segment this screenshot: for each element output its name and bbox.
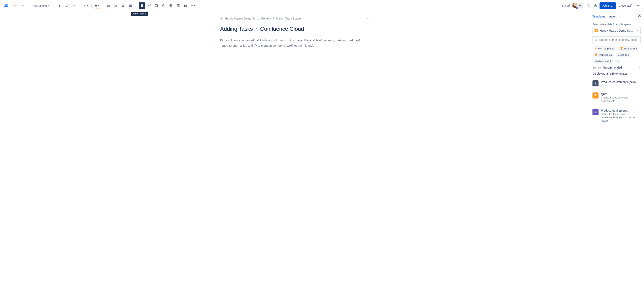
search-icon [594,38,598,41]
numbered-list-button[interactable]: 123 [113,2,119,9]
redo-button[interactable] [19,2,26,9]
fire-icon: 🔥 [594,53,598,56]
svg-point-42 [637,5,638,6]
svg-text:3: 3 [114,6,115,7]
svg-point-0 [73,5,74,6]
chip-custom[interactable]: Custom8 [616,52,631,57]
svg-point-1 [74,5,74,6]
alignment-button[interactable]: ▼ [82,2,89,9]
svg-point-39 [587,4,589,6]
svg-point-50 [594,111,595,111]
template-search-input[interactable] [599,38,639,41]
close-sidebar-button[interactable]: ✕ [638,13,641,18]
emoji-button[interactable] [168,2,174,9]
find-button[interactable] [585,2,592,9]
template-item[interactable]: Product requirements (new) [592,78,641,90]
insert-more-button[interactable]: ▼ [190,2,196,9]
expand-width-button[interactable]: ↔ [366,17,369,20]
bullet-list-button[interactable] [106,2,112,9]
collaborators[interactable]: E + [572,2,584,9]
pencil-icon [220,17,223,20]
svg-point-52 [594,112,595,112]
svg-rect-53 [595,112,596,112]
svg-rect-48 [595,83,596,83]
svg-rect-17 [116,6,117,7]
chevron-down-icon: ▼ [86,5,88,7]
restrictions-button[interactable] [592,2,599,9]
space-select[interactable]: Handy Macros Demo Sp... ▼ [592,27,641,34]
space-select-label: Select a template from this space [592,23,641,26]
text-color-button[interactable]: A▼ [94,2,100,9]
star-icon: ★ [594,47,597,50]
mention-button[interactable] [160,2,167,9]
tab-templates[interactable]: Templates [592,14,605,20]
text-style-label: Normal text [32,4,47,7]
chevron-down-icon: ▼ [194,5,195,7]
svg-rect-23 [129,6,132,7]
chip-my-templates[interactable]: ★My Templates [592,46,616,51]
svg-rect-21 [129,4,132,5]
text-color-a-icon: A [95,4,97,7]
tab-import[interactable]: Import [608,14,617,20]
template-item[interactable]: Quiz Create quizzes, tests and assessmen… [592,90,641,107]
svg-rect-7 [108,5,110,5]
image-button[interactable] [153,2,160,9]
confluence-logo [4,3,9,8]
more-formatting-button[interactable] [71,2,78,9]
breadcrumb-item[interactable]: Dream Team Space [276,17,301,20]
svg-point-6 [108,5,108,5]
space-icon [594,29,598,32]
chip-popular[interactable]: 🔥Popular15 [592,52,614,57]
publish-button[interactable]: Publish... [600,2,616,9]
template-title: Product requirements [601,109,641,112]
breadcrumb-item[interactable]: Content [261,17,271,20]
svg-rect-35 [184,4,185,7]
breadcrumb: Handy Macros Demo S... / Content / Dream… [220,17,301,20]
chip-featured[interactable]: 🏆Featured8 [618,46,639,51]
separator [91,3,92,8]
svg-rect-9 [108,5,110,6]
svg-rect-15 [116,5,117,6]
svg-rect-24 [141,4,143,7]
svg-point-30 [171,5,172,5]
breadcrumb-item[interactable]: Handy Macros Demo S... [225,17,256,20]
action-item-button[interactable] [139,2,145,9]
svg-line-40 [589,6,589,7]
svg-rect-20 [122,6,124,7]
chip-marketplace[interactable]: Marketplace2 [592,59,614,63]
italic-button[interactable] [64,2,70,9]
chevron-down-icon: ▼ [637,29,639,31]
page-title[interactable]: Adding Tasks in Confluence Cloud [220,26,369,32]
editor-placeholder[interactable]: Did you know you can add all kinds of co… [220,38,369,48]
template-title: Quiz [601,92,641,96]
template-search[interactable] [592,36,641,43]
avatar-badge: E [576,6,578,9]
indent-button[interactable] [127,2,134,9]
separator [136,3,136,8]
editor-toolbar: Normal text▼ ▼ A▼ 123 ▼ Saved E + Publis… [0,0,644,11]
more-actions-button[interactable] [635,2,642,9]
quiz-icon [592,92,598,98]
layouts-button[interactable] [182,2,188,9]
chip-more[interactable]: ••• [615,59,621,63]
link-button[interactable] [146,2,152,9]
undo-button[interactable] [12,2,18,9]
bold-button[interactable] [56,2,63,9]
placeholder-line: Type / to open a list, and @ to mention … [220,44,314,47]
svg-point-43 [638,5,638,6]
svg-rect-51 [595,111,596,111]
text-style-select[interactable]: Normal text▼ [31,2,52,9]
breadcrumb-separator: / [258,17,259,20]
sort-label: Sort by [592,66,601,69]
sort-select[interactable]: Recommended▼ [603,66,641,69]
space-name: Handy Macros Demo Sp... [600,29,635,32]
svg-point-8 [108,5,108,6]
separator [54,3,54,8]
template-item[interactable]: Product requirements Define, track and s… [592,107,641,127]
svg-rect-22 [130,5,132,6]
editor-area[interactable]: Handy Macros Demo S... / Content / Dream… [0,11,589,284]
outdent-button[interactable] [120,2,126,9]
table-button[interactable] [175,2,181,9]
close-draft-button[interactable]: Close draft [617,2,634,9]
svg-rect-49 [595,84,596,84]
